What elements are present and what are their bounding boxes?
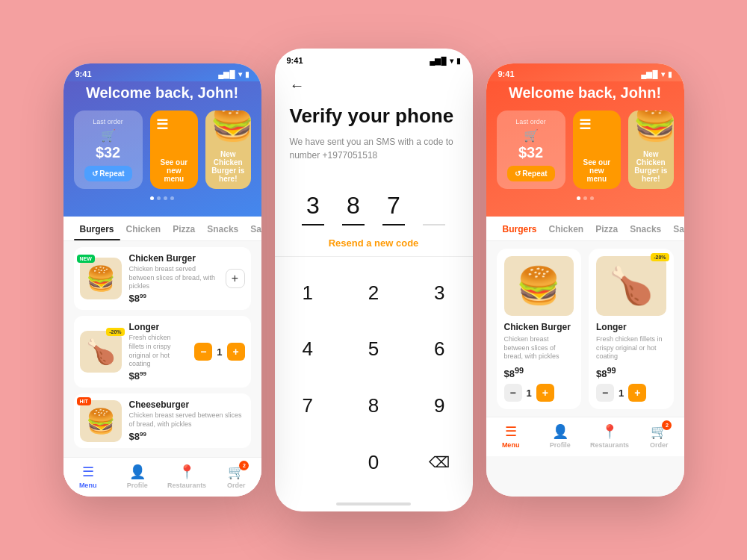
last-order-label-1: Last order [84, 118, 132, 125]
qty-minus-1[interactable]: − [194, 343, 212, 361]
food-name-2: Longer [129, 322, 187, 332]
battery-icon-3: ▮ [668, 70, 672, 78]
food-card-actions-2: − 1 + [596, 384, 666, 402]
keypad: 1 2 3 4 5 6 7 8 9 0 ⌫ [275, 257, 473, 498]
verify-status-icons: ▄▆█ ▾ ▮ [430, 56, 460, 65]
key-6[interactable]: 6 [406, 321, 472, 378]
key-2[interactable]: 2 [341, 264, 406, 321]
tab-burgers-3[interactable]: Burgers [497, 224, 543, 240]
qty-num-card-2: 1 [619, 388, 624, 399]
key-3[interactable]: 3 [406, 264, 472, 321]
order-nav-badge-3: 🛒 2 [651, 423, 667, 440]
menu-nav-label-3: Menu [502, 441, 520, 449]
verify-title: Verify your phone [290, 105, 458, 128]
menu-icon-1: ☰ [156, 116, 168, 133]
nav-menu-3[interactable]: ☰ Menu [486, 423, 536, 449]
wifi-icon-1: ▾ [238, 70, 242, 78]
header-3: Welcome back, John! Last order 🛒 $32 ↺ R… [486, 81, 684, 217]
category-tabs-3: Burgers Chicken Pizza Snacks Salads [486, 217, 684, 241]
food-card-price-2: $899 [596, 366, 666, 379]
resend-link[interactable]: Resend a new code [275, 225, 473, 256]
tab-chicken-1[interactable]: Chicken [120, 224, 167, 240]
order-nav-label-3: Order [650, 441, 669, 449]
order-nav-label-1: Order [227, 482, 246, 489]
dot-3-3 [590, 196, 594, 200]
nav-profile-3[interactable]: 👤 Profile [536, 423, 585, 449]
food-desc-1: Chicken breast served between slices of … [129, 265, 218, 291]
qty-plus-card-2[interactable]: + [628, 384, 646, 402]
tab-snacks-3[interactable]: Snacks [624, 224, 667, 240]
food-card-price-1: $899 [504, 366, 574, 379]
qty-plus-1[interactable]: + [227, 343, 245, 361]
food-item-longer-1: 🍗 -20% Longer Fresh chicken fillets in c… [74, 316, 251, 388]
food-img-2: 🍗 -20% [80, 331, 122, 373]
food-price-2: $899 [129, 370, 187, 382]
tab-salads-3[interactable]: Salads [667, 224, 684, 240]
qty-num-1: 1 [217, 346, 222, 358]
order-badge-count-1: 2 [239, 461, 249, 470]
profile-nav-label-1: Profile [127, 482, 148, 489]
nav-order-1[interactable]: 🛒 2 Order [211, 464, 261, 489]
home-indicator-2 [275, 498, 473, 511]
verify-battery-icon: ▮ [456, 57, 461, 65]
cart-icon-3: 🛒 [507, 128, 555, 143]
key-7[interactable]: 7 [275, 378, 341, 435]
tab-pizza-1[interactable]: Pizza [167, 224, 201, 240]
food-img-1: 🍔 NEW [80, 258, 122, 299]
phones-container: 9:41 ▄▆█ ▾ ▮ Welcome back, John! Last or… [63, 49, 684, 511]
tab-snacks-1[interactable]: Snacks [201, 224, 244, 240]
key-4[interactable]: 4 [275, 321, 341, 378]
nav-restaurants-3[interactable]: 📍 Restaurants [585, 423, 634, 449]
profile-nav-label-3: Profile [550, 441, 571, 449]
key-5[interactable]: 5 [341, 321, 406, 378]
phone-body-3: Burgers Chicken Pizza Snacks Salads 🍔 Ch… [486, 217, 684, 497]
signal-icon-3: ▄▆█ [641, 70, 657, 78]
key-1[interactable]: 1 [275, 264, 341, 321]
dots-3 [497, 196, 674, 200]
dot-3 [164, 196, 167, 200]
burger-card-1[interactable]: 🍔 New Chicken Burger is here! [205, 111, 250, 189]
restaurants-nav-icon-1: 📍 [179, 464, 195, 480]
tab-chicken-3[interactable]: Chicken [543, 224, 590, 240]
food-info-1: Chicken Burger Chicken breast served bet… [129, 253, 218, 304]
nav-profile-1[interactable]: 👤 Profile [113, 464, 162, 489]
restaurants-nav-label-3: Restaurants [590, 441, 629, 449]
back-button[interactable]: ← [290, 77, 458, 94]
key-8[interactable]: 8 [341, 378, 406, 435]
food-card-longer-3: 🍗 -20% Longer Fresh chicken fillets in c… [589, 249, 674, 409]
otp-digit-4 [423, 192, 445, 225]
menu-card-3[interactable]: ☰ See our new menu [573, 111, 621, 189]
tab-salads-1[interactable]: Salads [244, 224, 261, 240]
qty-minus-card-2[interactable]: − [596, 384, 614, 402]
dot-2 [157, 196, 161, 200]
food-card-desc-2: Fresh chicken fillets in crispy original… [596, 335, 666, 361]
menu-card-1[interactable]: ☰ See our new menu [150, 111, 198, 189]
food-card-actions-1: − 1 + [504, 384, 574, 402]
burger-card-3[interactable]: 🍔 New Chicken Burger is here! [628, 111, 673, 189]
nav-restaurants-1[interactable]: 📍 Restaurants [162, 464, 211, 489]
last-order-label-3: Last order [507, 118, 555, 125]
tab-pizza-3[interactable]: Pizza [589, 224, 624, 240]
cards-row-1: Last order 🛒 $32 ↺ Repeat ☰ See our new … [74, 111, 251, 189]
qty-num-card-1: 1 [527, 388, 532, 399]
home-bar-2 [336, 503, 411, 505]
qty-plus-card-1[interactable]: + [536, 384, 554, 402]
nav-menu-1[interactable]: ☰ Menu [63, 464, 113, 489]
qty-minus-card-1[interactable]: − [504, 384, 522, 402]
verify-signal-icon: ▄▆█ [430, 57, 446, 65]
otp-digit-1: 3 [302, 192, 324, 225]
key-9[interactable]: 9 [406, 378, 472, 435]
battery-icon-1: ▮ [245, 70, 249, 78]
repeat-button-1[interactable]: ↺ Repeat [84, 166, 132, 181]
nav-order-3[interactable]: 🛒 2 Order [634, 423, 684, 449]
key-0[interactable]: 0 [341, 434, 406, 491]
tab-burgers-1[interactable]: Burgers [74, 224, 120, 240]
burger-emoji-3: 🍔 [633, 111, 674, 140]
food-card-name-1: Chicken Burger [504, 322, 574, 332]
repeat-button-3[interactable]: ↺ Repeat [507, 166, 555, 181]
verify-subtitle: We have sent you an SMS with a code to n… [290, 135, 458, 162]
category-tabs-1: Burgers Chicken Pizza Snacks Salads [63, 217, 261, 241]
add-button-1[interactable]: + [226, 269, 245, 288]
key-backspace[interactable]: ⌫ [406, 434, 472, 491]
status-bar-1: 9:41 ▄▆█ ▾ ▮ [63, 63, 261, 81]
